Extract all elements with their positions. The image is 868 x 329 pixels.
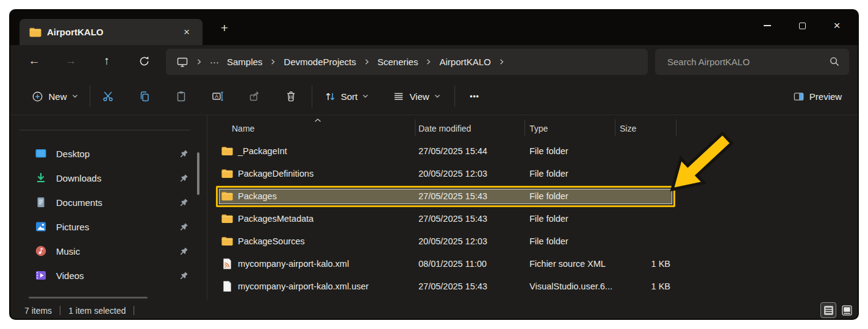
sidebar-item-desktop[interactable]: Desktop [21, 141, 197, 166]
breadcrumb-item-airportkalo[interactable]: AirportKALO [439, 57, 490, 67]
folder-icon [221, 235, 234, 247]
pin-icon[interactable] [180, 174, 188, 182]
explorer-window: AirportKALO × + × ← → ↑ ··· Samples Devm… [9, 9, 859, 320]
delete-button[interactable] [278, 84, 304, 108]
sidebar-scrollbar[interactable] [197, 152, 199, 195]
breadcrumb[interactable]: ··· Samples DevmodeProjects Sceneries Ai… [166, 49, 648, 75]
rename-button[interactable]: A [204, 84, 231, 108]
file-date: 20/05/2025 12:03 [418, 230, 487, 253]
file-row[interactable]: PackagesMetadata 27/05/2025 15:43 File f… [207, 208, 689, 230]
folder-icon [221, 190, 234, 202]
svg-text:A: A [215, 93, 218, 99]
refresh-button[interactable] [132, 49, 156, 73]
back-button[interactable]: ← [22, 49, 46, 73]
file-type: File folder [529, 185, 569, 208]
copy-button[interactable] [131, 84, 158, 108]
chevron-right-icon [196, 58, 202, 65]
tab-airportkalo[interactable]: AirportKALO × [20, 19, 203, 45]
sidebar-item-pictures[interactable]: Pictures [21, 214, 197, 239]
file-type: File folder [529, 208, 569, 230]
share-button[interactable] [241, 84, 268, 108]
file-row[interactable]: mycompany-airport-kalo.xml 08/01/2025 11… [207, 253, 689, 275]
column-divider[interactable] [525, 119, 525, 136]
file-name: Packages [238, 185, 277, 208]
search-icon [829, 56, 840, 67]
file-row[interactable]: _PackageInt 27/05/2025 15:44 File folder [207, 140, 689, 163]
videos-icon [35, 269, 47, 281]
file-type: Fichier source XML [529, 253, 606, 275]
preview-toggle-label: Preview [809, 91, 842, 102]
sidebar-horizontal-scrollbar[interactable] [29, 297, 148, 299]
preview-pane-icon [793, 91, 805, 102]
breadcrumb-overflow[interactable]: ··· [210, 57, 219, 67]
file-size [609, 230, 670, 253]
minimize-button[interactable] [753, 13, 781, 38]
more-options-button[interactable]: ••• [462, 84, 487, 108]
file-size: 1 KB [609, 275, 670, 298]
sidebar-item-documents[interactable]: Documents [21, 190, 197, 214]
file-size [609, 208, 670, 230]
documents-icon [35, 196, 47, 208]
up-button[interactable]: ↑ [95, 49, 119, 73]
share-icon [248, 90, 260, 102]
column-header-size[interactable]: Size [620, 124, 636, 133]
sidebar-item-label: Videos [56, 271, 84, 281]
pin-icon[interactable] [180, 149, 188, 158]
new-button[interactable]: New [26, 84, 84, 108]
column-header-name[interactable]: Name [232, 124, 254, 133]
toolbar-divider [312, 85, 312, 107]
breadcrumb-item-sceneries[interactable]: Sceneries [378, 57, 418, 67]
file-date: 27/05/2025 15:43 [418, 185, 487, 208]
paste-icon [175, 90, 187, 102]
column-header-date-modified[interactable]: Date modified [418, 124, 471, 133]
pin-icon[interactable] [180, 222, 188, 231]
maximize-button[interactable] [788, 13, 816, 38]
file-date: 27/05/2025 15:43 [418, 208, 487, 230]
file-row-selected[interactable]: Packages 27/05/2025 15:43 File folder [207, 185, 689, 208]
status-bar: 7 items 1 item selected [10, 300, 858, 320]
file-name: mycompany-airport-kalo.xml [238, 253, 349, 275]
sidebar-item-label: Pictures [56, 222, 89, 232]
cut-button[interactable] [95, 84, 121, 108]
folder-icon [29, 27, 42, 38]
sidebar-item-videos[interactable]: Videos [21, 263, 197, 288]
chevron-right-icon [270, 58, 276, 65]
chevron-right-icon [499, 58, 504, 65]
file-row[interactable]: PackageSources 20/05/2025 12:03 File fol… [207, 230, 689, 253]
column-header-type[interactable]: Type [529, 124, 548, 133]
sort-button[interactable]: Sort [318, 84, 375, 108]
breadcrumb-item-devmodeprojects[interactable]: DevmodeProjects [284, 57, 356, 67]
selected-count: 1 item selected [68, 306, 126, 316]
large-icons-view-toggle[interactable] [839, 302, 855, 318]
pin-icon[interactable] [180, 247, 188, 255]
details-view-toggle[interactable] [820, 302, 836, 318]
paste-button[interactable] [168, 84, 195, 108]
tab-close-icon[interactable]: × [179, 25, 194, 40]
breadcrumb-item-samples[interactable]: Samples [227, 57, 262, 67]
search-input[interactable] [655, 49, 849, 75]
sidebar-item-music[interactable]: Music [21, 239, 197, 263]
file-row[interactable]: PackageDefinitions 20/05/2025 12:03 File… [207, 163, 689, 185]
file-row[interactable]: mycompany-airport-kalo.xml.user 27/05/20… [207, 275, 689, 298]
sidebar-item-downloads[interactable]: Downloads [21, 166, 197, 190]
new-tab-button[interactable]: + [216, 19, 233, 37]
sidebar-item-label: Desktop [56, 149, 90, 159]
close-button[interactable]: × [823, 13, 851, 38]
column-divider[interactable] [615, 119, 615, 136]
view-button[interactable]: View [387, 84, 446, 108]
annotation-arrow [648, 123, 745, 202]
sidebar-item-label: Documents [56, 197, 102, 208]
file-type: File folder [529, 140, 569, 163]
items-count: 7 items [24, 306, 52, 316]
cut-icon [102, 90, 114, 102]
view-list-icon [393, 91, 404, 102]
sidebar-item-label: Downloads [56, 173, 101, 183]
pin-icon[interactable] [180, 198, 188, 207]
column-divider[interactable] [415, 119, 415, 136]
trash-icon [285, 90, 297, 102]
pin-icon[interactable] [180, 271, 188, 280]
preview-toggle-button[interactable]: Preview [784, 84, 851, 108]
file-name: mycompany-airport-kalo.xml.user [238, 275, 368, 298]
file-name: PackageDefinitions [238, 163, 314, 185]
forward-button[interactable]: → [59, 49, 83, 73]
